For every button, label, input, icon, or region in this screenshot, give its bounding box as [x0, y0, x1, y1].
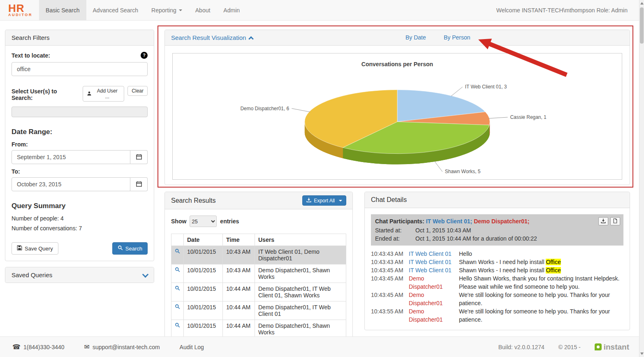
add-user-button[interactable]: Add User ...: [83, 86, 124, 102]
scrollbar-thumb[interactable]: [640, 7, 644, 44]
message-time: 10:43:43 AM: [371, 258, 409, 266]
to-date-input[interactable]: [12, 177, 130, 191]
table-row[interactable]: 10/01/201510:44 AMDemo Dispatcher01, IT …: [171, 283, 346, 301]
phone-number: 1(844)330-3440: [23, 344, 65, 350]
caret-down-icon: [179, 9, 182, 11]
table-row[interactable]: 10/01/201510:43 AMIT Web Client 01, Demo…: [171, 246, 346, 264]
table-row[interactable]: 10/01/201510:44 AMDemo Dispatcher01, IT …: [171, 301, 346, 320]
instant-brand-name: instant: [604, 343, 629, 352]
welcome-text: Welcome INSTANT-TECH\mthompson Role: Adm…: [496, 0, 644, 20]
participant-name[interactable]: Demo Dispatcher01;: [474, 218, 529, 225]
cell-time: 10:44 AM: [223, 301, 255, 320]
row-view-button[interactable]: [171, 301, 184, 320]
text-to-locate-input[interactable]: [12, 62, 148, 76]
phone-link[interactable]: ☎ 1(844)330-3440: [12, 343, 65, 351]
search-icon: [175, 322, 180, 329]
search-filters-header: Search Filters: [5, 30, 154, 46]
table-row[interactable]: 10/01/201510:43 AMDemo Dispatcher01, Sha…: [171, 264, 346, 283]
chat-message: 10:43:43 AMIT Web Client 01Hello: [371, 250, 623, 258]
nav-item-advanced-search[interactable]: Advanced Search: [86, 0, 145, 20]
row-view-button[interactable]: [171, 246, 184, 264]
instant-logo-icon: [595, 343, 602, 350]
chat-message: 10:43:45 AMDemo Dispatcher01Hello Shawn …: [371, 274, 623, 291]
logo-text-hr: HR: [8, 4, 32, 13]
row-view-button[interactable]: [171, 264, 184, 283]
search-results-title: Search Results: [171, 197, 216, 204]
search-icon: [175, 248, 180, 255]
column-header-date[interactable]: Date: [184, 234, 223, 246]
save-query-label: Save Query: [25, 246, 53, 252]
ended-at-label: Ended at:: [375, 234, 415, 243]
header-icon-column: [171, 234, 184, 246]
export-all-button[interactable]: Export All: [302, 195, 346, 206]
help-icon[interactable]: ?: [141, 52, 148, 59]
message-time: 10:43:45 AM: [371, 274, 409, 283]
table-row[interactable]: 10/01/201510:44 AMDemo Dispatcher01, Sha…: [171, 320, 346, 337]
to-calendar-button[interactable]: [130, 177, 148, 191]
select-users-label: Select User(s) to Search:: [12, 86, 79, 101]
pie-chart[interactable]: IT Web Client 01, 3Cassie Regan, 1Shawn …: [173, 53, 622, 179]
user-icon: [87, 91, 92, 97]
to-label: To:: [12, 168, 148, 175]
top-navbar: HR AUDITOR Basic SearchAdvanced SearchRe…: [0, 0, 644, 21]
visualization-panel: Search Result Visualization By Date By P…: [164, 30, 630, 185]
search-button[interactable]: Search: [112, 242, 148, 255]
clear-label: Clear: [132, 88, 144, 94]
by-person-link[interactable]: By Person: [444, 34, 470, 41]
search-label: Search: [125, 246, 142, 252]
hr-auditor-app: HR AUDITOR Basic SearchAdvanced SearchRe…: [0, 0, 644, 357]
scroll-down-icon[interactable]: [640, 352, 644, 355]
entries-label: entries: [220, 218, 239, 225]
query-summary-heading: Query Summary: [12, 202, 148, 210]
email-address: support@instant-tech.com: [93, 344, 160, 350]
from-calendar-button[interactable]: [130, 150, 148, 164]
selected-users-box: [12, 107, 148, 117]
from-date-input[interactable]: [12, 150, 130, 164]
cell-users: Demo Dispatcher01, IT Web Client 01: [255, 301, 346, 320]
main-content: Search Result Visualization By Date By P…: [164, 30, 630, 336]
nav-item-basic-search[interactable]: Basic Search: [39, 0, 86, 20]
app-logo[interactable]: HR AUDITOR: [0, 0, 39, 20]
message-time: 10:43:55 AM: [371, 307, 409, 315]
cell-time: 10:43 AM: [223, 264, 255, 283]
results-header-row: DateTimeUsers: [171, 234, 346, 246]
chat-info-box: Chat Participants: IT Web Client 01; Dem…: [371, 214, 623, 246]
cell-date: 10/01/2015: [184, 246, 223, 264]
document-icon: [613, 217, 618, 225]
download-chat-button[interactable]: [598, 217, 608, 225]
visualization-collapse-toggle[interactable]: Search Result Visualization: [171, 34, 253, 41]
search-icon: [175, 285, 180, 292]
page-size-select[interactable]: 25: [190, 216, 217, 227]
chat-messages: 10:43:43 AMIT Web Client 01Hello10:43:43…: [371, 250, 623, 324]
nav-item-about[interactable]: About: [189, 0, 217, 20]
save-icon: [17, 245, 22, 252]
by-date-link[interactable]: By Date: [405, 34, 426, 41]
pie-leader-line: [451, 87, 463, 96]
row-view-button[interactable]: [171, 320, 184, 337]
saved-queries-header[interactable]: Saved Queries: [5, 267, 154, 283]
nav-item-reporting[interactable]: Reporting: [145, 0, 189, 20]
message-sender: Demo Dispatcher01: [409, 291, 459, 307]
column-header-time[interactable]: Time: [223, 234, 255, 246]
row-view-button[interactable]: [171, 283, 184, 301]
scroll-up-icon[interactable]: [640, 2, 644, 5]
caret-down-icon: [339, 200, 342, 202]
copy-chat-button[interactable]: [610, 217, 620, 225]
participant-name[interactable]: IT Web Client 01;: [426, 218, 473, 225]
results-table: DateTimeUsers 10/01/201510:43 AMIT Web C…: [171, 234, 346, 336]
clear-button[interactable]: Clear: [127, 86, 148, 96]
instant-brand-logo[interactable]: instant: [595, 343, 629, 352]
message-time: 10:43:45 AM: [371, 266, 409, 274]
saved-queries-panel[interactable]: Saved Queries: [5, 267, 154, 283]
message-text: Shawn Works - I need help install Office: [459, 266, 623, 274]
message-time: 10:43:43 AM: [371, 250, 409, 258]
save-query-button[interactable]: Save Query: [12, 242, 58, 255]
nav-items: Basic SearchAdvanced SearchReportingAbou…: [39, 0, 246, 20]
scrollbar[interactable]: [639, 0, 644, 357]
email-link[interactable]: ✉ support@instant-tech.com: [84, 343, 160, 351]
search-icon: [118, 245, 123, 252]
nav-item-admin[interactable]: Admin: [217, 0, 246, 20]
ended-at-value: Oct 1, 2015 10:44 AM for a duration of 0…: [415, 234, 537, 243]
audit-log-link[interactable]: Audit Log: [180, 344, 204, 350]
column-header-users[interactable]: Users: [255, 234, 346, 246]
